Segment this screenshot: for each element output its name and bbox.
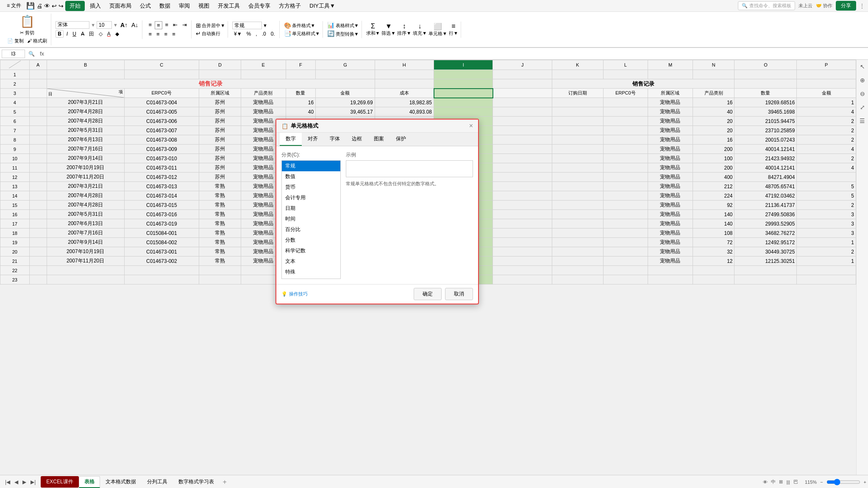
search-box[interactable]: 🔍 查找命令、搜索模板 [738,1,795,10]
sort-btn[interactable]: ↕排序▼ [397,22,411,37]
menu-member[interactable]: 会员专享 [245,1,274,11]
settings-icon[interactable]: ☰ [858,116,867,126]
dialog-cancel-btn[interactable]: 取消 [445,288,473,300]
toolbar-undo[interactable]: ↩ [52,3,57,9]
tab-number-format[interactable]: 数字格式学习表 [173,476,220,488]
menu-formula[interactable]: 公式 [136,1,154,11]
zoom-increase-btn[interactable]: + [864,480,866,485]
dialog-tab-protect[interactable]: 保护 [390,133,412,146]
cell-I3[interactable] [434,89,493,98]
col-header-C[interactable]: C [124,60,199,70]
cell-J2[interactable] [493,79,552,89]
category-item-currency[interactable]: 货币 [282,182,340,192]
menu-data[interactable]: 数据 [156,1,174,11]
indent-increase-btn[interactable]: ⇥ [181,21,189,29]
tab-add-btn[interactable]: + [220,477,230,488]
cell-P3[interactable]: 金额 [797,89,856,98]
dialog-ok-btn[interactable]: 确定 [414,288,442,300]
cell-L3[interactable]: ERPC0号 [603,89,648,98]
cell-style-btn[interactable]: 📑 单元格样式▼ [284,30,320,37]
align-bottom-btn[interactable]: ≡ [164,21,170,29]
cell-K1[interactable] [552,70,603,79]
cell-G1[interactable] [316,70,375,79]
font-size-input[interactable] [97,21,112,29]
cell-C1[interactable] [124,70,199,79]
zoom-in-icon[interactable]: ⊕ [858,75,867,85]
type-convert-btn[interactable]: 🔄 类型转换▼ [327,30,359,37]
copy-btn[interactable]: 📄 复制 [6,37,25,45]
filter-btn[interactable]: ▼筛选▼ [381,22,395,37]
col-header-E[interactable]: E [241,60,286,70]
category-item-time[interactable]: 时间 [282,214,340,224]
cell-H1[interactable] [375,70,434,79]
zoom-out-icon[interactable]: ⊖ [858,89,867,99]
zoom-slider[interactable] [826,479,860,485]
tab-excel-course[interactable]: EXCEL课件 [41,476,78,488]
number-format-dropdown[interactable]: ▼ [263,23,267,28]
category-list[interactable]: 常规 数值 货币 会计专用 日期 时间 百分比 分数 科学记数 文本 特殊 自定… [281,160,341,279]
dialog-tab-font[interactable]: 字体 [324,133,346,146]
format-brush-btn[interactable]: 🖌 格式刷 [26,37,48,45]
number-format-input[interactable] [232,22,262,29]
cell-E3[interactable]: 产品类别 [241,89,286,98]
underline-btn[interactable]: U [71,31,78,37]
col-header-F[interactable]: F [286,60,316,70]
align-middle-btn[interactable]: ≡ [155,21,162,29]
cell-J3[interactable] [493,89,552,98]
font-size-dropdown-icon[interactable]: ▼ [113,22,118,28]
increase-font-btn[interactable]: A↑ [119,21,129,29]
collab-btn[interactable]: 🤝 协作 [816,3,832,9]
cell-K3[interactable]: 订购日期 [552,89,603,98]
col-header-D[interactable]: D [199,60,241,70]
thousands-btn[interactable]: , [254,31,259,37]
toolbar-print[interactable]: 🖨 [36,3,42,9]
paste-btn[interactable]: 📋 [20,14,35,28]
col-header-H[interactable]: H [375,60,434,70]
cell-P2[interactable] [797,79,856,89]
col-header-M[interactable]: M [648,60,693,70]
tab-split-tool[interactable]: 分列工具 [142,476,173,488]
cell-O2[interactable] [734,79,797,89]
category-item-fraction[interactable]: 分数 [282,235,340,245]
strikethrough-btn[interactable]: A̶ [79,31,86,37]
menu-dev[interactable]: 开发工具 [214,1,243,11]
fill-color-btn2[interactable]: ◆ [114,31,121,37]
cell-F1[interactable] [286,70,316,79]
formula-input[interactable] [47,50,866,58]
align-top-btn[interactable]: ≡ [147,21,153,29]
cursor-icon[interactable]: ↖ [858,61,867,72]
toolbar-preview[interactable]: 👁 [44,3,50,9]
menu-ffgz[interactable]: 方方格子 [275,1,304,11]
dialog-tab-align[interactable]: 对齐 [302,133,324,146]
align-justify-btn[interactable]: ≡ [170,31,177,38]
sheet-prev-btn[interactable]: ◀ [13,478,20,486]
cell-G3[interactable]: 金额 [316,89,375,98]
cut-btn[interactable]: ✂ 剪切 [19,29,36,36]
fill-btn2[interactable]: ↓填充▼ [413,22,427,37]
cell-B1[interactable] [47,70,124,79]
view-bars-icon[interactable]: ||| [786,480,790,485]
row-header-1[interactable]: 1 [0,70,30,79]
expand-icon[interactable]: ⤢ [858,102,867,112]
menu-diy[interactable]: DIY工具▼ [306,1,339,11]
cell-J1[interactable] [493,70,552,79]
dialog-tab-border[interactable]: 边框 [346,133,368,146]
menu-view[interactable]: 视图 [195,1,213,11]
col-header-L[interactable]: L [603,60,648,70]
row-header-2[interactable]: 2 [0,79,30,89]
col-header-N[interactable]: N [693,60,734,70]
cell-I2[interactable] [434,79,493,89]
category-item-percent[interactable]: 百分比 [282,224,340,235]
col-header-P[interactable]: P [797,60,856,70]
row-header-4[interactable]: 4 [0,98,30,107]
indent-decrease-btn[interactable]: ⇤ [171,21,179,29]
decrease-font-btn[interactable]: A↓ [130,21,139,29]
cell-L1[interactable] [603,70,648,79]
align-left-btn[interactable]: ≡ [147,31,153,38]
font-family-input[interactable] [56,21,89,29]
zoom-decrease-btn[interactable]: − [820,480,823,485]
col-header-K[interactable]: K [552,60,603,70]
title-cell[interactable]: 销售记录 [47,79,375,89]
cell-B3-diagonal[interactable]: 项 目 [47,89,124,98]
dialog-tab-number[interactable]: 数字 [280,133,302,146]
